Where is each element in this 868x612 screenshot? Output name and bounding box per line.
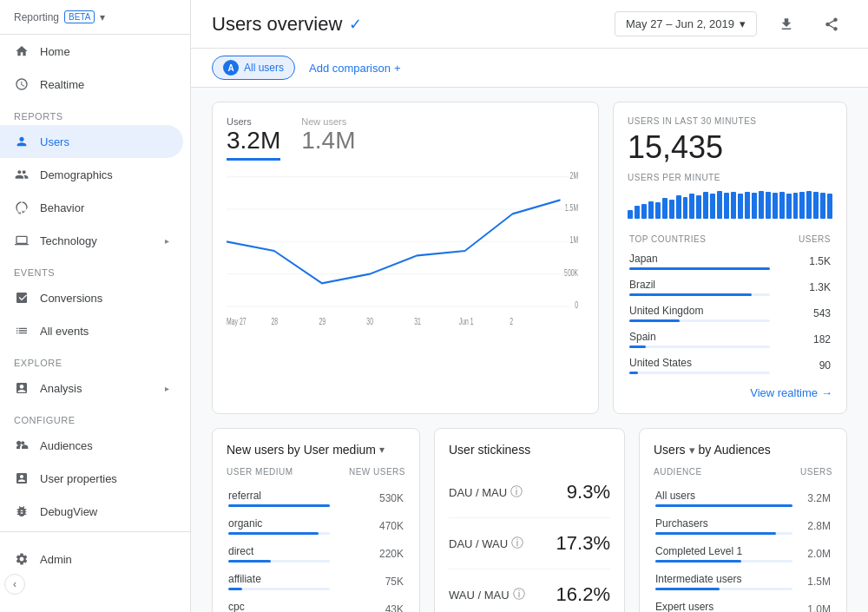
all-users-avatar: A xyxy=(223,60,239,76)
sidebar-item-home[interactable]: Home xyxy=(0,35,183,68)
svg-text:31: 31 xyxy=(414,317,421,327)
medium-name: organic xyxy=(228,513,330,539)
mini-bar xyxy=(662,198,667,219)
stickiness-value: 16.2% xyxy=(556,583,610,606)
mini-bar xyxy=(793,193,799,219)
sidebar-item-technology-label: Technology xyxy=(40,234,97,247)
all-users-filter[interactable]: A All users xyxy=(212,56,295,80)
mini-bar-chart xyxy=(628,188,832,219)
country-row: Spain 182 xyxy=(629,327,831,352)
new-users-metric[interactable]: New users 1.4M xyxy=(301,116,355,161)
admin-section: Admin xyxy=(0,531,190,586)
medium-value: 43K xyxy=(332,596,404,612)
sidebar-item-behavior[interactable]: Behavior xyxy=(0,191,183,224)
svg-text:0: 0 xyxy=(575,300,578,311)
realtime-icon xyxy=(14,76,30,92)
country-row: United States 90 xyxy=(629,353,831,378)
country-name: Spain xyxy=(629,327,770,352)
new-users-row: referral 530K xyxy=(228,485,404,511)
stickiness-item: WAU / MAU ⓘ 16.2% xyxy=(449,569,610,612)
view-realtime-link[interactable]: View realtime → xyxy=(628,386,832,399)
mini-bar xyxy=(689,194,694,219)
mini-bar xyxy=(820,193,825,219)
sidebar-item-technology[interactable]: Technology ▸ xyxy=(0,224,183,257)
new-users-value: 1.4M xyxy=(301,127,355,155)
audience-row: All users 3.2M xyxy=(655,485,831,511)
svg-text:500K: 500K xyxy=(564,267,578,278)
mini-bar xyxy=(635,206,640,219)
export-button[interactable] xyxy=(771,9,802,40)
dropdown-arrow-icon[interactable]: ▾ xyxy=(100,11,105,23)
country-value: 90 xyxy=(772,353,831,378)
realtime-count: 15,435 xyxy=(628,129,832,166)
medium-value: 470K xyxy=(332,513,404,539)
sidebar-item-debugview[interactable]: DebugView xyxy=(0,495,183,528)
sidebar-collapse-button[interactable]: ‹ xyxy=(4,574,25,595)
medium-name: direct xyxy=(228,541,330,567)
date-picker[interactable]: May 27 – Jun 2, 2019 ▾ xyxy=(615,11,757,36)
share-button[interactable] xyxy=(816,9,847,40)
medium-name: affiliate xyxy=(228,569,330,595)
audiences-subtitle: ▾ xyxy=(689,444,695,457)
users-col-header: USERS xyxy=(772,231,831,247)
mini-bar xyxy=(655,202,661,219)
mini-bar xyxy=(676,195,681,219)
medium-value: 220K xyxy=(332,541,404,567)
sidebar-item-analysis-label: Analysis xyxy=(40,382,82,395)
sidebar-item-userproperties[interactable]: User properties xyxy=(0,462,183,495)
sidebar-item-users[interactable]: Users xyxy=(0,125,183,158)
mini-bar xyxy=(628,210,633,219)
audiences-card: Users ▾ by Audiences AUDIENCE USERS All … xyxy=(639,428,847,612)
stickiness-label: DAU / WAU ⓘ xyxy=(449,536,523,551)
sidebar-item-audiences-label: Audiences xyxy=(40,439,93,452)
add-comparison-button[interactable]: Add comparison + xyxy=(302,58,408,78)
mini-bar xyxy=(752,193,757,219)
new-users-dropdown-icon[interactable]: ▾ xyxy=(379,444,385,456)
svg-text:2: 2 xyxy=(510,317,513,327)
country-row: United Kingdom 543 xyxy=(629,301,831,326)
mini-bar xyxy=(731,192,736,219)
audience-value: 3.2M xyxy=(794,485,831,511)
content-area: Users 3.2M New users 1.4M 2M 1.5M xyxy=(191,88,868,612)
new-users-row: organic 470K xyxy=(228,513,404,539)
sidebar-header: Reporting BETA ▾ xyxy=(0,0,190,35)
mini-bar xyxy=(773,193,778,219)
mini-bar xyxy=(799,192,805,219)
page-title: Users overview xyxy=(212,13,342,36)
sidebar-item-conversions[interactable]: Conversions xyxy=(0,281,183,314)
new-users-row: cpc 43K xyxy=(228,596,404,612)
new-users-col-label: NEW USERS xyxy=(349,467,405,477)
audience-col-label: AUDIENCE xyxy=(654,467,702,477)
admin-label: Admin xyxy=(40,553,72,566)
mini-bar xyxy=(683,197,688,220)
reporting-label: Reporting xyxy=(14,11,59,23)
country-row: Brazil 1.3K xyxy=(629,275,831,299)
users-label: Users xyxy=(227,116,280,127)
stickiness-label: WAU / MAU ⓘ xyxy=(449,587,525,602)
sidebar-item-audiences[interactable]: Audiences xyxy=(0,429,183,462)
sidebar-item-realtime-label: Realtime xyxy=(40,78,84,91)
sidebar-item-admin[interactable]: Admin xyxy=(0,543,183,576)
sidebar-item-allevents[interactable]: All events xyxy=(0,314,183,347)
sidebar-item-allevents-label: All events xyxy=(40,325,89,338)
info-icon[interactable]: ⓘ xyxy=(511,536,523,551)
admin-icon xyxy=(14,551,30,567)
svg-text:1.5M: 1.5M xyxy=(565,203,578,214)
sidebar-item-realtime[interactable]: Realtime xyxy=(0,68,183,101)
info-icon[interactable]: ⓘ xyxy=(510,484,523,500)
add-comparison-icon: + xyxy=(394,62,401,75)
users-metric[interactable]: Users 3.2M xyxy=(227,116,280,161)
svg-text:2M: 2M xyxy=(570,170,579,181)
configure-section-label: CONFIGURE xyxy=(0,405,190,429)
country-name: Brazil xyxy=(629,275,770,299)
sidebar-item-analysis[interactable]: Analysis ▸ xyxy=(0,372,183,405)
explore-section-label: EXPLORE xyxy=(0,347,190,372)
audience-name: All users xyxy=(655,485,792,511)
debugview-icon xyxy=(14,503,30,519)
info-icon[interactable]: ⓘ xyxy=(513,587,525,602)
sidebar-item-demographics[interactable]: Demographics xyxy=(0,158,183,191)
technology-icon xyxy=(14,233,30,248)
svg-text:28: 28 xyxy=(272,317,279,327)
new-users-col-headers: USER MEDIUM NEW USERS xyxy=(227,467,405,477)
main-content: Users overview ✓ May 27 – Jun 2, 2019 ▾ … xyxy=(191,0,868,612)
